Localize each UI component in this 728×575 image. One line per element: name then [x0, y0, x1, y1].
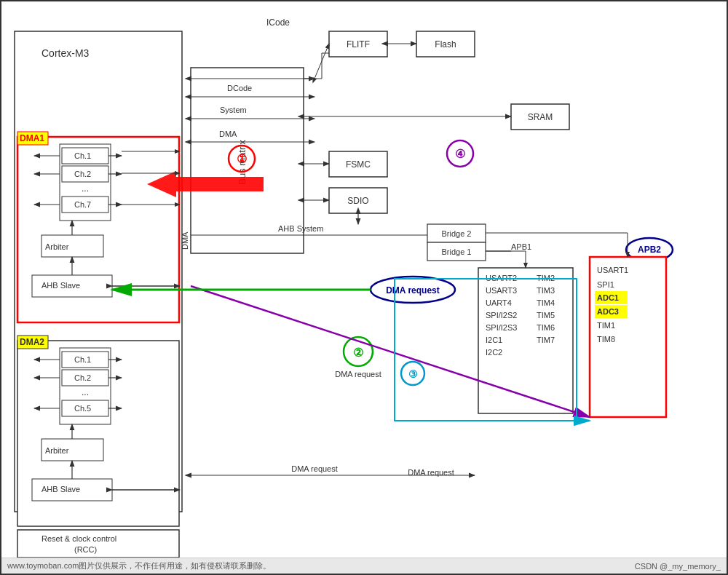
footer-bar: www.toymoban.com图片仅供展示，不作任何用途，如有侵权请联系删除。…	[1, 558, 727, 574]
dma2-arbiter: Arbiter	[45, 446, 69, 455]
flash-label: Flash	[435, 39, 456, 49]
apb2-spi1: SPI1	[597, 280, 614, 289]
dma1-ahb-slave: AHB Slave	[41, 281, 80, 290]
apb2-adc1: ADC1	[597, 293, 619, 302]
apb2-adc3: ADC3	[597, 307, 619, 316]
apb1-tim4: TIM4	[537, 298, 555, 307]
dma1-dots: ...	[82, 183, 89, 194]
dma1-ch2: Ch.2	[74, 170, 91, 178]
apb1-i2c1: I2C1	[486, 336, 502, 344]
num2-label: ②	[353, 346, 363, 359]
num1-label: ①	[237, 153, 247, 165]
cortex-m3-label: Cortex-M3	[41, 47, 90, 59]
fsmc-label: FSMC	[346, 159, 371, 170]
apb1-uart4: UART4	[486, 298, 512, 307]
dma1-ch7: Ch.7	[74, 200, 91, 209]
dma2-label: DMA2	[20, 337, 44, 347]
apb1-tim5: TIM5	[537, 311, 555, 320]
apb1-spii2s2: SPI/I2S2	[486, 311, 517, 320]
bridge1-label: Bridge 1	[442, 247, 472, 256]
dma-bus-label: DMA	[219, 130, 237, 138]
icode-label: ICode	[266, 17, 290, 28]
dma1-arbiter: Arbiter	[45, 242, 69, 251]
dma2-ahb-slave: AHB Slave	[41, 485, 80, 493]
ahb-system-label: AHB System	[278, 224, 323, 233]
apb1-tim7: TIM7	[537, 336, 555, 344]
rcc-abbr: (RCC)	[74, 545, 97, 554]
sdio-label: SDIO	[347, 196, 368, 206]
flitf-label: FLITF	[347, 39, 370, 49]
apb2-tim1: TIM1	[597, 321, 615, 330]
main-container: Cortex-M3 DMA1 Ch.1 Ch.2 ... Ch.7 Arbite…	[0, 0, 728, 575]
dma2-dots: ...	[82, 387, 89, 397]
dcode-label: DCode	[227, 84, 252, 92]
footer-right-text: CSDN @_my_memory_	[635, 562, 721, 571]
dma1-ch1: Ch.1	[74, 151, 91, 160]
system-label: System	[220, 106, 247, 114]
dma-req2-text: DMA request	[335, 370, 381, 378]
apb1-spii2s3: SPI/I2S3	[486, 323, 517, 332]
num3-label: ③	[408, 368, 418, 380]
apb1-tim3: TIM3	[537, 286, 555, 295]
apb1-tim6: TIM6	[537, 323, 555, 332]
dma-vertical-label: DMA	[181, 231, 189, 250]
apb2-usart1: USART1	[597, 266, 628, 274]
apb2-label: APB2	[638, 245, 661, 255]
dma2-ch1: Ch.1	[74, 355, 91, 364]
rcc-label: Reset & clock control	[41, 534, 116, 543]
dma2-ch2: Ch.2	[74, 373, 91, 382]
footer-left-text: www.toymoban.com图片仅供展示，不作任何用途，如有侵权请联系删除。	[7, 560, 271, 571]
dma2-ch5: Ch.5	[74, 404, 91, 413]
bridge2-label: Bridge 2	[442, 229, 472, 238]
apb1-usart3: USART3	[486, 286, 517, 295]
apb1-label: APB1	[511, 242, 531, 251]
dma-req-bottom: DMA request	[291, 464, 338, 473]
apb1-i2c2: I2C2	[486, 348, 502, 357]
apb2-tim8: TIM8	[597, 335, 615, 344]
sram-label: SRAM	[528, 112, 553, 122]
architecture-diagram: Cortex-M3 DMA1 Ch.1 Ch.2 ... Ch.7 Arbite…	[1, 1, 728, 575]
num4-label: ④	[455, 148, 465, 160]
dma1-label: DMA1	[20, 133, 44, 143]
